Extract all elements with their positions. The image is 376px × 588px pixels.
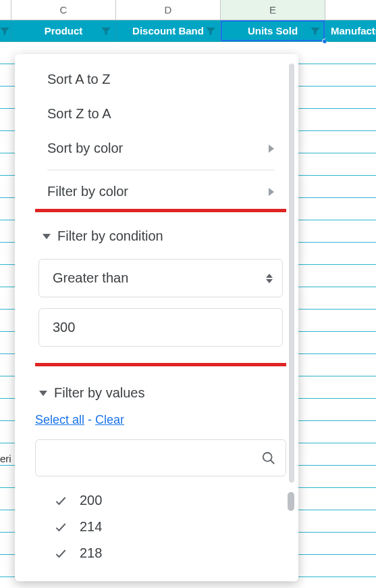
value-label: 200 [80,493,102,508]
menu-label: Sort Z to A [47,106,111,122]
scrollbar-thumb[interactable] [288,492,294,511]
menu-label: Sort by color [47,141,123,156]
header-cell-manufacturer[interactable]: Manufactu [325,20,376,41]
table-header-row: Product Discount Band Units Sold Manufac… [0,20,376,42]
condition-select[interactable]: Greater than [38,259,283,297]
filter-by-condition-highlight: Filter by condition Greater than 300 [35,209,286,366]
values-search-box[interactable] [35,439,286,476]
filter-by-condition-toggle[interactable]: Filter by condition [38,222,283,251]
search-icon [261,451,276,466]
filter-by-values-toggle[interactable]: Filter by values [35,378,286,408]
sort-by-color[interactable]: Sort by color [35,131,286,166]
sort-a-to-z[interactable]: Sort A to Z [35,62,286,97]
condition-value-input[interactable]: 300 [38,308,283,347]
condition-select-value: Greater than [53,270,128,286]
column-letter[interactable]: C [11,0,116,20]
header-cell-units-sold[interactable]: Units Sold [221,20,325,41]
column-letter-active[interactable]: E [221,0,325,20]
chevron-right-icon [269,145,274,153]
condition-value-text: 300 [53,320,75,335]
header-label: Product [45,25,83,36]
value-option[interactable]: 214 [35,514,286,540]
value-option[interactable]: 218 [35,540,286,566]
chevron-right-icon [269,188,274,196]
select-all-clear-links: Select all - Clear [35,408,286,439]
check-icon [54,547,68,560]
dash: - [84,413,95,426]
clear-link[interactable]: Clear [95,413,124,426]
check-icon [54,494,68,508]
scrollbar-track[interactable] [289,64,294,483]
filter-icon[interactable] [0,25,11,37]
column-letter[interactable] [0,0,11,20]
value-option[interactable]: 241 [35,566,286,568]
triangle-down-icon [39,391,47,396]
svg-line-1 [271,460,275,464]
value-label: 214 [80,519,102,535]
select-caret-icon [266,274,273,283]
column-letter[interactable]: D [116,0,221,20]
filter-by-color[interactable]: Filter by color [35,174,286,209]
header-cell-product[interactable]: Product [11,20,116,41]
header-cell-discount-band[interactable]: Discount Band [116,20,221,41]
header-label: Manufactu [331,25,376,36]
filter-icon[interactable] [100,25,112,37]
divider [47,170,274,170]
column-letter[interactable] [325,0,376,20]
triangle-down-icon [43,234,51,239]
header-cell[interactable] [0,20,11,41]
filter-dropdown-panel: Sort A to Z Sort Z to A Sort by color Fi… [15,54,298,581]
section-label: Filter by condition [57,228,163,244]
header-label: Discount Band [132,25,204,36]
value-option[interactable]: 200 [35,487,286,514]
check-icon [54,520,68,534]
svg-point-0 [263,452,272,461]
column-letter-row: C D E [0,0,376,20]
menu-label: Sort A to Z [47,72,110,87]
select-all-link[interactable]: Select all [35,413,84,426]
menu-label: Filter by color [47,184,128,199]
filter-icon[interactable] [309,25,321,37]
header-label: Units Sold [248,25,298,36]
filter-icon[interactable] [205,25,217,37]
partial-text: eri [0,453,11,464]
value-label: 218 [80,545,102,561]
sort-z-to-a[interactable]: Sort Z to A [35,97,286,131]
values-search-input[interactable] [48,449,254,466]
section-label: Filter by values [54,385,145,401]
